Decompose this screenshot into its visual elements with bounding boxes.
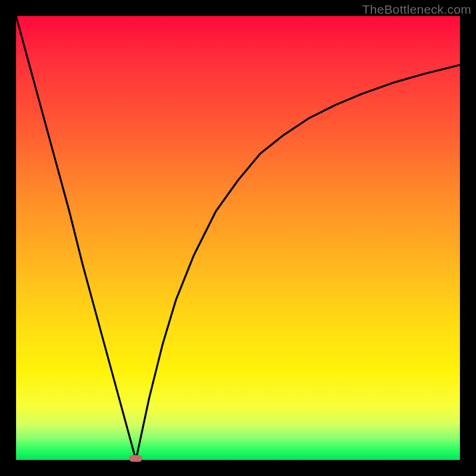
watermark-text: TheBottleneck.com [362,2,471,17]
bottleneck-curve [16,16,460,460]
optimum-marker [129,455,142,462]
chart-frame: TheBottleneck.com [0,0,476,476]
plot-area [16,16,460,460]
curve-path [16,16,460,460]
